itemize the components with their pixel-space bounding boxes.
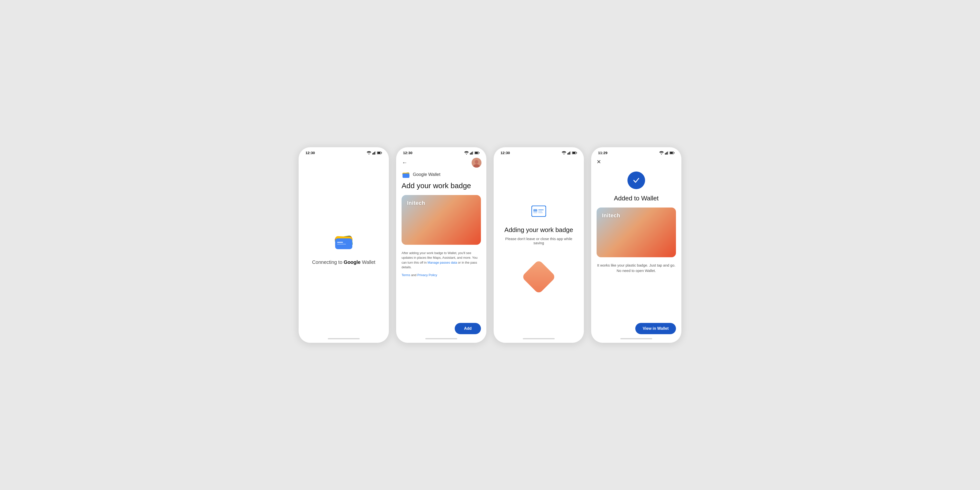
svg-rect-29: [568, 153, 568, 154]
svg-rect-19: [475, 152, 478, 154]
terms-text: Terms and Privacy Policy: [402, 273, 481, 277]
added-description: It works like your plastic badge. Just t…: [597, 262, 675, 274]
terms-link[interactable]: Terms: [402, 273, 410, 277]
svg-rect-40: [538, 211, 542, 212]
svg-rect-13: [337, 244, 346, 245]
status-icons-2: [464, 151, 479, 154]
added-screen: ✕ Added to Wallet Initech It works like …: [591, 156, 681, 338]
status-bar-1: 12:30: [299, 147, 389, 156]
wifi-icon-2: [464, 151, 469, 154]
id-card-icon: [531, 205, 546, 218]
wifi-icon: [367, 151, 371, 154]
close-button[interactable]: ✕: [597, 159, 601, 165]
added-body: Added to Wallet Initech It works like yo…: [591, 167, 681, 338]
svg-rect-38: [533, 209, 537, 212]
status-icons-1: [367, 151, 382, 154]
google-wallet-logo: [402, 170, 410, 179]
phone-screen-3: 12:30 Adding your work badge Please don'…: [493, 147, 584, 343]
svg-rect-1: [373, 153, 374, 154]
svg-rect-30: [568, 153, 569, 154]
svg-point-22: [475, 160, 478, 164]
svg-rect-35: [576, 153, 577, 153]
svg-rect-39: [538, 210, 544, 210]
badge-card-preview: Initech: [402, 195, 481, 245]
svg-rect-42: [665, 153, 666, 154]
svg-rect-17: [473, 151, 473, 154]
checkmark-icon: [632, 176, 641, 185]
svg-rect-2: [374, 152, 375, 154]
screen-connecting-content: Connecting to Google Wallet: [299, 156, 389, 338]
phone-screen-4: 11:29 ✕ Added to Wallet Initech: [591, 147, 682, 343]
status-time-1: 12:30: [305, 151, 315, 155]
added-title: Added to Wallet: [614, 194, 659, 202]
svg-rect-34: [573, 152, 576, 154]
battery-icon: [377, 151, 382, 154]
svg-rect-12: [337, 242, 343, 243]
svg-rect-44: [667, 152, 668, 154]
svg-rect-0: [372, 153, 373, 154]
user-avatar[interactable]: [472, 158, 481, 167]
adding-screen: Adding your work badge Please don't leav…: [494, 156, 584, 338]
back-button[interactable]: ←: [401, 159, 409, 167]
status-time-2: 12:30: [403, 151, 412, 155]
battery-icon-4: [670, 151, 675, 154]
loading-diamond: [521, 259, 556, 294]
added-top-bar: ✕: [591, 156, 681, 167]
battery-icon-3: [572, 151, 577, 154]
status-icons-3: [562, 151, 577, 154]
disclaimer-text: After adding your work badge to Wallet, …: [402, 251, 481, 270]
svg-rect-48: [674, 153, 675, 153]
svg-rect-32: [570, 151, 571, 154]
svg-rect-6: [382, 153, 382, 153]
home-bar-1: [328, 338, 360, 339]
svg-rect-14: [470, 153, 471, 154]
screen-added-content: ✕ Added to Wallet Initech It works like …: [591, 156, 681, 338]
signal-icon-2: [470, 151, 473, 154]
wifi-icon-4: [659, 151, 664, 154]
status-time-4: 11:29: [598, 151, 607, 155]
add-header: ←: [396, 156, 486, 170]
adding-subtitle: Please don't leave or close this app whi…: [501, 237, 576, 245]
add-button[interactable]: Add: [455, 323, 481, 334]
home-bar-3: [523, 338, 555, 339]
badge-gradient: Initech: [402, 195, 481, 245]
home-bar-2: [425, 338, 457, 339]
status-bar-3: 12:30: [494, 147, 584, 156]
svg-rect-43: [666, 153, 667, 154]
svg-rect-5: [377, 152, 380, 154]
svg-rect-15: [471, 153, 472, 154]
adding-title: Adding your work badge: [504, 226, 573, 234]
screen-add-content: ←: [396, 156, 486, 338]
badge-card-label: Initech: [407, 200, 425, 206]
screen-adding-content: Adding your work badge Please don't leav…: [494, 156, 584, 338]
view-in-wallet-button[interactable]: View in Wallet: [635, 323, 676, 334]
signal-icon: [372, 151, 376, 154]
phone-screen-2: 12:30 ←: [396, 147, 487, 343]
connecting-text: Connecting to Google Wallet: [312, 259, 375, 265]
manage-passes-link[interactable]: Manage passes data: [428, 261, 457, 264]
home-bar-4: [620, 338, 652, 339]
status-time-3: 12:30: [501, 151, 510, 155]
privacy-link[interactable]: Privacy Policy: [417, 273, 437, 277]
status-bar-4: 11:29: [591, 147, 681, 156]
add-body: Google Wallet Add your work badge Initec…: [396, 170, 486, 338]
status-icons-4: [659, 151, 675, 154]
signal-icon-3: [568, 151, 571, 154]
success-circle: [627, 172, 645, 189]
add-page-title: Add your work badge: [402, 181, 481, 190]
phone-screen-1: 12:30: [298, 147, 389, 343]
brand-name-label: Google Wallet: [413, 172, 440, 177]
battery-icon-2: [474, 151, 479, 154]
signal-icon-4: [665, 151, 668, 154]
svg-rect-28: [402, 173, 409, 178]
added-badge-label: Initech: [602, 212, 620, 219]
wallet-logo: [333, 229, 355, 251]
svg-rect-45: [668, 151, 668, 154]
svg-rect-20: [479, 153, 479, 153]
svg-rect-47: [670, 152, 673, 154]
add-screen: ←: [396, 156, 486, 338]
connecting-screen: Connecting to Google Wallet: [299, 156, 389, 338]
added-badge-card: Initech: [597, 207, 676, 257]
status-bar-2: 12:30: [396, 147, 486, 156]
view-button-row: View in Wallet: [597, 323, 676, 334]
